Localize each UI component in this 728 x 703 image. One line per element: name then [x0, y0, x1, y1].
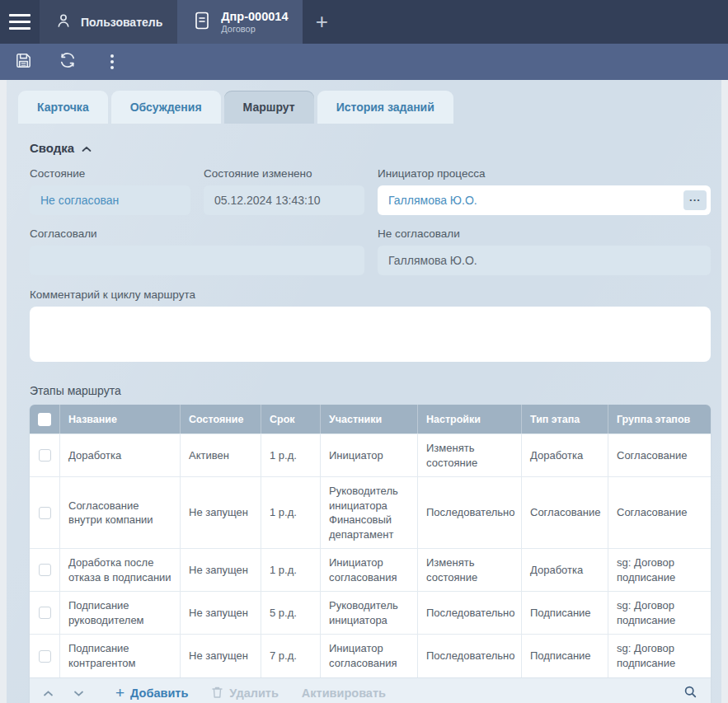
initiator-field[interactable]: Галлямова Ю.О. ...: [378, 185, 711, 215]
row-checkbox[interactable]: [39, 650, 51, 663]
delete-stage-label: Удалить: [229, 687, 279, 700]
add-stage-button[interactable]: + Добавить: [115, 687, 188, 700]
row-checkbox-cell: [30, 434, 59, 476]
document-tab-title: Дпр-000014: [221, 9, 288, 24]
stages-header-row: НазваниеСостояниеСрокУчастникиНастройкиТ…: [30, 405, 711, 434]
search-icon: [683, 685, 697, 702]
cell: Подписание: [521, 592, 608, 634]
delete-stage-button[interactable]: Удалить: [211, 686, 279, 701]
route-cycle-comment-input[interactable]: [30, 307, 711, 362]
summary-row-2: Согласовали Не согласовали Галлямова Ю.О…: [30, 227, 711, 275]
cell: sg: Договор подписание: [608, 592, 711, 634]
hamburger-menu-button[interactable]: [0, 0, 40, 44]
cell: 5 р.д.: [261, 592, 320, 634]
initiator-more-button[interactable]: ...: [683, 190, 707, 210]
cell: Инициатор: [320, 434, 417, 476]
column-header: Состояние: [180, 405, 261, 434]
select-all-checkbox[interactable]: [38, 413, 51, 426]
top-bar: Пользователь Дпр-000014 Договор +: [0, 0, 728, 44]
approved-label: Согласовали: [30, 227, 364, 240]
table-row[interactable]: ДоработкаАктивен1 р.д.ИнициаторИзменять …: [30, 434, 711, 476]
cell: Последовательно: [417, 477, 521, 548]
column-header: Участники: [320, 405, 417, 434]
new-tab-button[interactable]: +: [303, 0, 341, 44]
state-changed-field: 05.12.2024 13:43:10: [204, 185, 364, 215]
add-stage-label: Добавить: [130, 687, 188, 700]
not-approved-field: Галлямова Ю.О.: [378, 246, 711, 275]
move-up-button[interactable]: [43, 686, 54, 701]
row-checkbox-cell: [30, 635, 59, 677]
chevron-down-icon: [73, 686, 84, 701]
row-checkbox-cell: [30, 592, 59, 634]
summary-title: Сводка: [30, 141, 74, 155]
move-down-button[interactable]: [73, 686, 84, 701]
cell: 7 р.д.: [261, 635, 320, 677]
state-changed-value: 05.12.2024 13:43:10: [214, 194, 320, 207]
kebab-icon: [110, 54, 114, 69]
stages-table-body: ДоработкаАктивен1 р.д.ИнициаторИзменять …: [30, 434, 711, 677]
state-changed-label: Состояние изменено: [204, 167, 364, 180]
cell: Активен: [180, 434, 261, 476]
comment-label: Комментарий к циклу маршрута: [30, 288, 711, 301]
cell: Руководитель инициатора: [320, 592, 417, 634]
cell: Не запущен: [180, 549, 261, 591]
cell: Доработка: [59, 434, 180, 476]
document-icon: [192, 10, 212, 35]
cell: Руководитель инициатора Финансовый депар…: [320, 477, 417, 548]
initiator-label: Инициатор процесса: [378, 167, 711, 180]
tab-kartochka[interactable]: Карточка: [18, 91, 108, 124]
stages-title: Этапы маршрута: [30, 384, 711, 397]
summary-section-header[interactable]: Сводка: [30, 141, 711, 155]
row-checkbox[interactable]: [39, 607, 51, 619]
cell: Подписание руководителем: [59, 592, 180, 634]
row-checkbox[interactable]: [39, 507, 51, 519]
cell: Доработка: [521, 434, 608, 476]
column-header: Название: [59, 405, 180, 434]
state-label: Состояние: [30, 167, 190, 180]
not-approved-value: Галлямова Ю.О.: [388, 254, 477, 267]
tab-istoriya-zadaniy[interactable]: История заданий: [317, 91, 453, 124]
cell: Согласование: [608, 477, 711, 548]
tab-obsuzhdeniya[interactable]: Обсуждения: [111, 91, 221, 124]
row-checkbox-cell: [30, 549, 59, 591]
cell: 1 р.д.: [261, 477, 320, 548]
cell: sg: Договор подписание: [608, 635, 711, 677]
cell: Подписание контрагентом: [59, 635, 180, 677]
column-header: Настройки: [417, 405, 521, 434]
tab-marshrut[interactable]: Маршрут: [224, 91, 314, 124]
cell: sg: Договор подписание: [608, 549, 711, 591]
plus-icon: +: [316, 9, 328, 35]
header-checkbox-cell: [30, 405, 59, 434]
row-checkbox[interactable]: [39, 449, 51, 462]
table-row[interactable]: Подписание руководителемНе запущен5 р.д.…: [30, 591, 711, 634]
chevron-up-icon: [43, 686, 54, 701]
column-header: Тип этапа: [521, 405, 608, 434]
cell: Не запущен: [180, 635, 261, 677]
refresh-button[interactable]: [57, 51, 78, 73]
cell: Согласование: [608, 434, 711, 476]
user-tab[interactable]: Пользователь: [40, 0, 177, 44]
cell: Не запущен: [180, 477, 261, 548]
save-icon: [14, 51, 33, 73]
table-row[interactable]: Доработка после отказа в подписанииНе за…: [30, 548, 711, 591]
search-button[interactable]: [683, 685, 697, 702]
activate-stage-button[interactable]: Активировать: [302, 687, 386, 700]
state-value-link[interactable]: Не согласован: [40, 194, 119, 207]
comment-block: Комментарий к циклу маршрута: [30, 288, 711, 362]
cell: Доработка: [521, 549, 608, 591]
table-row[interactable]: Согласование внутри компанииНе запущен1 …: [30, 476, 711, 548]
initiator-value-link[interactable]: Галлямова Ю.О.: [388, 194, 477, 207]
cell: Согласование внутри компании: [59, 477, 180, 548]
row-checkbox-cell: [30, 477, 59, 548]
stages-table: НазваниеСостояниеСрокУчастникиНастройкиТ…: [30, 405, 711, 703]
row-checkbox[interactable]: [39, 564, 51, 576]
save-button[interactable]: [12, 51, 34, 73]
more-actions-button[interactable]: [101, 51, 123, 73]
not-approved-label: Не согласовали: [378, 227, 711, 240]
document-tab-subtitle: Договор: [221, 24, 288, 35]
document-tab-active[interactable]: Дпр-000014 Договор: [177, 0, 303, 44]
cell: Доработка после отказа в подписании: [59, 549, 180, 591]
app-window: Пользователь Дпр-000014 Договор +: [0, 0, 728, 703]
table-row[interactable]: Подписание контрагентомНе запущен7 р.д.И…: [30, 634, 711, 677]
content-panel: КарточкаОбсужденияМаршрутИстория заданий…: [7, 80, 721, 703]
